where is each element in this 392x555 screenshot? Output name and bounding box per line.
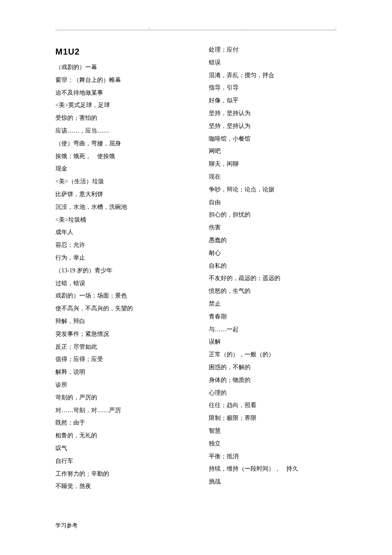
vocab-item: 误解: [209, 339, 337, 345]
vocab-item: 错误: [209, 60, 337, 66]
vocab-item: 担心的，担忧的: [209, 212, 337, 218]
vocab-item: 聊天，闲聊: [209, 161, 337, 167]
vocab-item: 对……苛刻，对……严厉: [55, 408, 183, 413]
vocab-item: （使）弯曲，弯腰，屈身: [55, 141, 183, 147]
vocab-item: 愤怒的，生气的: [209, 288, 337, 294]
vocab-item: 叹气: [55, 445, 183, 451]
vocab-item: 禁止: [209, 301, 337, 307]
vocab-item: 既然；由于: [55, 420, 183, 426]
vocab-item: 好像，似乎: [209, 98, 337, 104]
vocab-item: 心理的: [209, 390, 337, 396]
vocab-item: 比萨饼，意大利饼: [55, 191, 183, 197]
vocab-item: 坚持，坚持认为: [209, 110, 337, 116]
content-area: M1U2 （戏剧的）一幕 窗帘；（舞台上的）帷幕 迫不及待地做某事 <美>英式足…: [55, 47, 337, 496]
vocab-item: 戏剧的）一场；场面；景色: [55, 293, 183, 299]
vocab-item: 诊所: [55, 382, 183, 388]
vocab-item: <美>垃圾桶: [55, 217, 183, 223]
vocab-item: 挑战: [209, 479, 337, 485]
vocab-item: 过错，错误: [55, 280, 183, 286]
vocab-item: 工作努力的；辛勤的: [55, 471, 183, 477]
vocab-item: 坚持，坚持认为: [209, 123, 337, 129]
vocab-item: 耐心: [209, 250, 337, 256]
dot: ..: [334, 25, 337, 29]
vocab-item: 混淆，弄乱；搅匀，拌合: [209, 72, 337, 78]
vocab-item: 挨饿；饿死， 使挨饿: [55, 153, 183, 159]
vocab-item: 青春期: [209, 314, 337, 320]
vocab-item: 指导，引导: [209, 85, 337, 91]
vocab-item: 平衡；抵消: [209, 454, 337, 460]
dot: .: [242, 25, 243, 29]
vocab-item: 咖啡馆，小餐馆: [209, 136, 337, 142]
horizontal-rule: [55, 30, 337, 30]
vocab-item: 解释，说明: [55, 369, 183, 375]
dot: .: [55, 25, 57, 29]
vocab-item: 应该……，应当……: [55, 128, 183, 134]
document-page: . .. . .. M1U2 （戏剧的）一幕 窗帘；（舞台上的）帷幕 迫不及待地…: [0, 0, 392, 555]
vocab-item: 网吧: [209, 148, 337, 154]
section-heading: M1U2: [55, 47, 183, 57]
vocab-item: 身体的；物质的: [209, 377, 337, 383]
vocab-item: 自行车: [55, 458, 183, 464]
vocab-item: 值得；应得；应受: [55, 356, 183, 362]
vocab-item: 正常（的），一般（的）: [209, 352, 337, 358]
vocab-item: 处理；应付: [209, 47, 337, 53]
vocab-item: 粗鲁的，无礼的: [55, 433, 183, 439]
vocab-item: 受惊的；害怕的: [55, 115, 183, 121]
header-dots: . .. . ..: [55, 25, 337, 29]
vocab-item: 愚蠢的: [209, 237, 337, 243]
vocab-item: 现在: [209, 174, 337, 180]
vocab-item: 突发事件；紧急情况: [55, 331, 183, 337]
vocab-item: （13-19 岁的）青少年: [55, 268, 183, 274]
vocab-item: 往往；趋向，照看: [209, 402, 337, 408]
vocab-item: 持续，维持（一段时间）， 持久: [209, 466, 337, 472]
vocab-item: 现金: [55, 166, 183, 172]
vocab-item: 自由: [209, 199, 337, 205]
vocab-item: （戏剧的）一幕: [55, 64, 183, 70]
vocab-item: 与……一起: [209, 327, 337, 332]
vocab-item: 争吵，辩论；论点，论据: [209, 187, 337, 193]
vocab-item: 行为，举止: [55, 255, 183, 261]
vocab-item: 反正；尽管如此: [55, 344, 183, 350]
right-column: 处理；应付 错误 混淆，弄乱；搅匀，拌合 指导，引导 好像，似乎 坚持，坚持认为…: [209, 47, 337, 496]
vocab-item: 苛刻的，严厉的: [55, 395, 183, 401]
dot: ..: [148, 25, 150, 29]
vocab-item: 不睡觉，熬夜: [55, 483, 183, 489]
vocab-item: 困惑的，不解的: [209, 364, 337, 370]
vocab-item: <美>英式足球，足球: [55, 102, 183, 108]
vocab-item: 智慧: [209, 428, 337, 434]
vocab-item: 成年人: [55, 229, 183, 235]
vocab-item: <美>（生活）垃圾: [55, 179, 183, 185]
vocab-item: 使不高兴，不高兴的，失望的: [55, 306, 183, 312]
vocab-item: 不友好的，疏远的；遥远的: [209, 275, 337, 281]
vocab-item: 限制；极限；界限: [209, 415, 337, 421]
footer-text: 学习参考: [55, 522, 78, 529]
vocab-item: 沉没，水池，水槽，洗碗池: [55, 204, 183, 210]
vocab-item: 独立: [209, 441, 337, 447]
vocab-item: 窗帘；（舞台上的）帷幕: [55, 77, 183, 83]
vocab-item: 伤害: [209, 225, 337, 231]
vocab-item: 容忍；允许: [55, 242, 183, 248]
vocab-item: 自私的: [209, 263, 337, 269]
vocab-item: 迫不及待地做某事: [55, 90, 183, 96]
left-column: M1U2 （戏剧的）一幕 窗帘；（舞台上的）帷幕 迫不及待地做某事 <美>英式足…: [55, 47, 183, 496]
vocab-item: 辩解，辩白: [55, 318, 183, 324]
